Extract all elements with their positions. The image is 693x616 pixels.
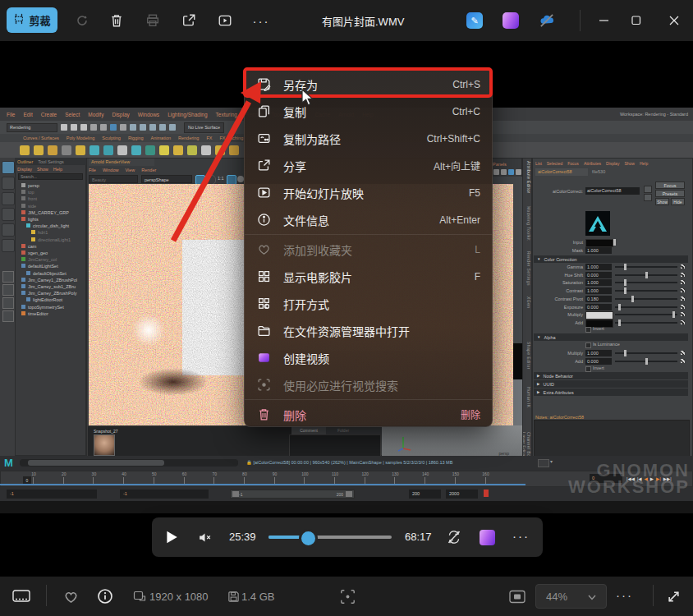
maya-bottom-strip: [0, 501, 693, 513]
range-handle-left: [232, 491, 239, 497]
maya-layout-button: [2, 310, 14, 322]
maya-rendering-dropdown: Rendering: [7, 123, 57, 132]
chevron-down-icon: [588, 591, 596, 603]
clipchamp-edit-icon[interactable]: [480, 530, 495, 545]
section-title: Extra Attributes: [543, 390, 573, 395]
crop-button[interactable]: 剪裁: [7, 7, 57, 33]
zoom-control[interactable]: 44%: [535, 584, 607, 609]
edit-app-icon[interactable]: ✎: [465, 11, 484, 30]
maya-tool-button: [2, 177, 15, 190]
maya-shelf-tab: Curves / Surfaces: [23, 136, 59, 140]
file-size-icon: [223, 586, 243, 606]
cc-contrast-pivot-track: [615, 298, 677, 300]
menu-item-info[interactable]: 文件信息Alt+Enter: [245, 206, 492, 233]
timeline-tick: [154, 477, 154, 484]
ae-input-swatch: [585, 239, 613, 247]
onedrive-off-icon[interactable]: [537, 11, 557, 30]
timeline-tick-label: 130: [389, 471, 401, 476]
resolution-value: 1920 x 1080: [149, 591, 209, 603]
rotate-icon[interactable]: [72, 11, 92, 30]
cc-saturation-handle: [624, 279, 626, 286]
timeline-tick: [485, 477, 486, 484]
menu-item-shortcut: L: [475, 244, 480, 255]
maya-tool-icon: [71, 124, 77, 131]
more-icon[interactable]: ···: [251, 11, 271, 30]
side-tab-4: Shape Editor: [523, 342, 531, 384]
maya-menu-item: File: [7, 112, 15, 117]
mute-icon[interactable]: [198, 531, 212, 548]
menu-item-heart[interactable]: 添加到收藏夹L: [245, 236, 492, 263]
render-dark-blob: [138, 368, 209, 396]
ae-focus-button: Focus: [655, 182, 685, 189]
favorite-icon[interactable]: [61, 586, 80, 606]
file-size-value: 1.4 GB: [241, 591, 274, 603]
menu-item-open-with[interactable]: 打开方式: [245, 290, 492, 317]
copy-path-icon: [256, 131, 271, 146]
seek-thumb[interactable]: [299, 529, 318, 548]
menu-item-clipchamp[interactable]: 创建视频: [245, 344, 492, 371]
ae-input-label: Input: [534, 240, 583, 245]
maya-menu-item: Select: [65, 112, 80, 117]
outliner-item-label: circular_dish_light: [33, 223, 69, 229]
outliner-item-label: Jim_Carrey1_ZBrushPol: [28, 277, 77, 283]
collapsed-section-1: ▶UUID: [534, 380, 688, 388]
menu-item-trash[interactable]: 删除删除: [245, 401, 492, 427]
trash-icon: [256, 407, 271, 422]
play-button[interactable]: [164, 530, 179, 548]
outliner-item-label: Jim_Carrey_sub1_ZBru: [28, 283, 76, 290]
renderview-gear-icon: [237, 176, 244, 182]
menu-item-copy[interactable]: 复制Ctrl+C: [245, 98, 492, 125]
menu-item-label: 打开方式: [283, 296, 480, 312]
close-button[interactable]: [655, 0, 693, 41]
menu-item-copy-path[interactable]: 复制为路径Ctrl+Shift+C: [245, 125, 492, 152]
repeat-off-icon[interactable]: [446, 529, 462, 549]
maya-workspace-label: Workspace: Rendering - Standard: [620, 112, 688, 117]
clipchamp-app-icon[interactable]: [501, 11, 521, 30]
delete-icon[interactable]: [107, 11, 126, 30]
outliner-item-icon: [21, 244, 25, 248]
transport-button: ◀: [645, 476, 648, 481]
fullscreen-icon[interactable]: [663, 586, 683, 606]
print-icon[interactable]: [143, 11, 163, 30]
alpha-multiply-label: Multiply: [534, 351, 583, 356]
maya-outliner-header: OutlinerTool Settings: [15, 158, 86, 165]
cc-hue-shift-value: 0.000: [585, 272, 612, 278]
menu-item-slideshow[interactable]: 开始幻灯片放映F5: [245, 179, 492, 206]
maya-tool-icon: [169, 124, 176, 131]
side-tab-1: Modeling Toolkit: [523, 206, 531, 249]
visual-search-icon[interactable]: [337, 586, 357, 606]
alpha-add-value: 0.000: [585, 358, 612, 365]
menu-item-grid[interactable]: 显示电影胶片F: [245, 263, 492, 290]
zoom-fit-icon[interactable]: [507, 586, 527, 606]
cc-add-track: [615, 322, 677, 324]
share-icon[interactable]: [179, 11, 199, 30]
maya-shelf-icon: [117, 145, 127, 155]
outliner-item-icon: [21, 311, 25, 315]
range-field-4: 2000: [446, 490, 478, 499]
outliner-item-label: topoSymmetrySet: [28, 304, 64, 310]
maximize-button[interactable]: [617, 0, 655, 41]
section-title: UUID: [543, 382, 553, 387]
maya-shelf-icon: [173, 145, 183, 155]
menu-item-folder[interactable]: 在文件资源管理器中打开: [245, 317, 492, 344]
statusbar-more-icon[interactable]: ···: [616, 588, 633, 602]
slideshow-icon[interactable]: [215, 11, 235, 30]
menu-item-share[interactable]: 分享Alt+向上键: [245, 152, 492, 179]
file-info-icon[interactable]: [95, 586, 115, 606]
maya-shelf-icon: [48, 145, 57, 155]
outliner-menu-item: Help: [53, 167, 62, 172]
filmstrip-toggle-icon[interactable]: [11, 586, 31, 606]
timeline-tick: [33, 477, 34, 484]
side-tab-5: Human IK: [523, 387, 531, 430]
menu-item-visual-search[interactable]: 使用必应进行视觉搜索: [245, 371, 492, 398]
maya-shelf-icon: [89, 145, 99, 155]
renderview-menus: FileWindowViewRender: [89, 167, 253, 173]
playbar-more-icon[interactable]: ···: [512, 529, 530, 543]
ae-hide-button: Hide: [671, 198, 685, 205]
alpha-section-header: ▼Alpha: [534, 333, 688, 341]
ae-menu-item: Attributes: [584, 161, 601, 166]
ae-show-hide: ShowHide: [655, 198, 685, 205]
outliner-menu-item: Display: [17, 167, 32, 172]
timeline-tick: [334, 477, 335, 484]
range-bar: -1200: [230, 490, 355, 499]
